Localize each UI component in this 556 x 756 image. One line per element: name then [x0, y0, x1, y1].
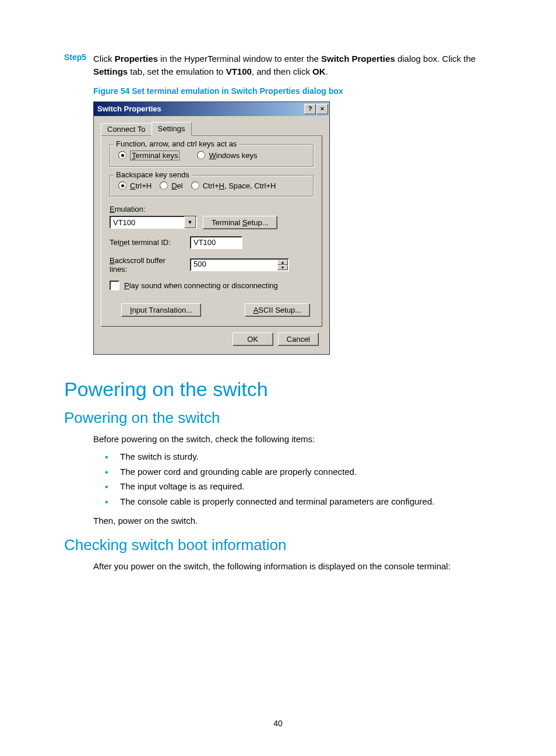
- close-icon: ×: [321, 106, 324, 112]
- then-text: Then, power on the switch.: [93, 514, 498, 528]
- play-sound-checkbox[interactable]: [110, 281, 119, 290]
- backscroll-spinner[interactable]: 500 ▲ ▼: [190, 258, 289, 271]
- t: Switch Properties: [321, 54, 395, 64]
- step-text: Click Properties in the HyperTerminal wi…: [93, 52, 498, 78]
- settings-panel: Function, arrow, and ctrl keys act as Te…: [101, 135, 322, 327]
- t: Settings: [93, 66, 128, 76]
- after-text: After you power on the switch, the follo…: [93, 560, 498, 573]
- t: in the HyperTerminal window to enter the: [158, 54, 321, 64]
- close-button[interactable]: ×: [316, 104, 328, 114]
- radio-label: Terminal keys: [130, 150, 180, 160]
- radio-label: Ctrl+H, Space, Ctrl+H: [203, 181, 276, 190]
- radio-icon: [118, 181, 126, 190]
- radio-icon: [118, 151, 126, 159]
- page-number: 40: [0, 719, 556, 728]
- t: , and then click: [252, 66, 312, 76]
- list-item: The console cable is properly connected …: [105, 494, 498, 509]
- t: Click: [93, 54, 115, 64]
- list-item: The input voltage is as required.: [105, 479, 498, 494]
- radio-label: Ctrl+H: [130, 181, 152, 190]
- tab-spacer: [192, 123, 322, 136]
- telnet-id-label: Telnet terminal ID:: [110, 238, 184, 247]
- tab-label: Connect To: [107, 125, 146, 134]
- switch-properties-dialog: Switch Properties ? × Connect To Setting…: [93, 102, 330, 355]
- heading-2-powering: Powering on the switch: [64, 409, 498, 427]
- step-number: Step5: [64, 52, 93, 62]
- step5-instruction: Step5 Click Properties in the HyperTermi…: [64, 52, 498, 78]
- spinner-value: 500: [193, 260, 206, 270]
- group-legend: Function, arrow, and ctrl keys act as: [114, 139, 239, 148]
- terminal-setup-button[interactable]: Terminal Setup...: [203, 216, 277, 229]
- ascii-setup-button[interactable]: ASCII Setup...: [245, 303, 310, 317]
- radio-label: Windows keys: [209, 151, 257, 160]
- tab-connect-to[interactable]: Connect To: [101, 123, 152, 136]
- t: Properties: [115, 54, 158, 64]
- radio-del[interactable]: Del: [160, 181, 183, 190]
- chevron-down-icon: ▼: [184, 216, 196, 228]
- input-value: VT100: [193, 238, 216, 247]
- cancel-button[interactable]: Cancel: [278, 332, 319, 346]
- help-button[interactable]: ?: [304, 104, 316, 114]
- list-item: The power cord and grounding cable are p…: [105, 464, 498, 480]
- t: tab, set the emulation to: [128, 66, 226, 76]
- radio-icon: [160, 181, 168, 190]
- radio-windows-keys[interactable]: Windows keys: [197, 151, 257, 160]
- heading-1: Powering on the switch: [64, 378, 498, 401]
- backspace-group: Backspace key sends Ctrl+H Del Ctrl+H, S…: [110, 175, 314, 197]
- figure-caption: Figure 54 Set terminal emulation in Swit…: [93, 86, 498, 96]
- button-label: Cancel: [287, 335, 310, 344]
- radio-label: Del: [171, 181, 183, 190]
- keys-act-as-group: Function, arrow, and ctrl keys act as Te…: [110, 144, 314, 167]
- spinner-down-icon[interactable]: ▼: [277, 265, 288, 270]
- emulation-select[interactable]: VT100 ▼: [110, 216, 197, 229]
- radio-icon: [197, 151, 205, 159]
- heading-2-checking: Checking switch boot information: [64, 536, 498, 554]
- radio-terminal-keys[interactable]: Terminal keys: [118, 150, 180, 160]
- tab-label: Settings: [158, 124, 185, 133]
- dialog-title: Switch Properties: [97, 104, 161, 113]
- tab-settings[interactable]: Settings: [152, 122, 192, 136]
- t: dialog box. Click the: [395, 54, 476, 64]
- t: VT100: [226, 66, 252, 76]
- play-sound-label: Play sound when connecting or disconnect…: [124, 281, 278, 290]
- radio-ctrl-h-space[interactable]: Ctrl+H, Space, Ctrl+H: [191, 181, 276, 190]
- help-icon: ?: [308, 106, 312, 112]
- tab-strip: Connect To Settings: [101, 122, 322, 136]
- backscroll-label: Backscroll buffer lines:: [110, 256, 184, 274]
- t: OK: [312, 66, 326, 76]
- telnet-id-input[interactable]: VT100: [190, 236, 242, 249]
- group-legend: Backspace key sends: [114, 170, 192, 179]
- emulation-label: Emulation:: [110, 205, 314, 214]
- dialog-titlebar: Switch Properties ? ×: [94, 102, 329, 116]
- radio-icon: [191, 181, 199, 190]
- select-value: VT100: [113, 218, 135, 227]
- button-label: OK: [247, 335, 258, 344]
- check-list: The switch is sturdy. The power cord and…: [105, 449, 498, 509]
- list-item: The switch is sturdy.: [105, 449, 498, 464]
- spinner-up-icon[interactable]: ▲: [277, 260, 288, 265]
- intro-text: Before powering on the switch, check the…: [93, 433, 498, 446]
- t: .: [326, 66, 328, 76]
- ok-button[interactable]: OK: [233, 332, 273, 346]
- input-translation-button[interactable]: Input Translation...: [121, 303, 201, 317]
- radio-ctrl-h[interactable]: Ctrl+H: [118, 181, 152, 190]
